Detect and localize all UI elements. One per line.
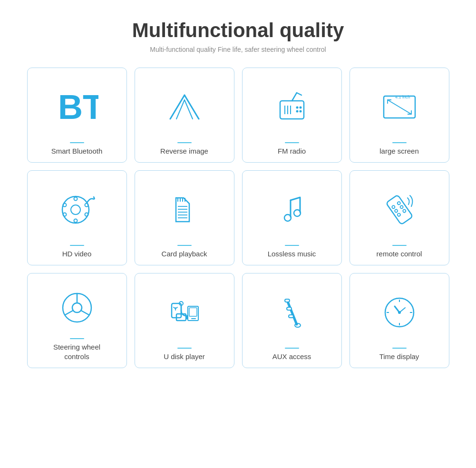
- svg-point-39: [397, 201, 400, 205]
- svg-line-6: [297, 93, 301, 95]
- svg-line-55: [287, 301, 297, 324]
- music-icon: [247, 178, 337, 241]
- feature-card-reverse: Reverse image: [135, 68, 234, 163]
- svg-rect-53: [189, 308, 197, 316]
- svg-point-14: [299, 110, 301, 112]
- feature-card-aux: AUX access: [242, 273, 342, 368]
- svg-point-42: [397, 213, 400, 216]
- bluetooth-icon: BT: [32, 76, 122, 138]
- svg-line-1: [170, 95, 185, 119]
- feature-card-remote: remote control: [350, 170, 449, 265]
- svg-rect-56: [285, 299, 290, 302]
- svg-point-12: [299, 106, 301, 108]
- svg-text:BT: BT: [58, 88, 98, 126]
- feature-card-steering: Steering wheel controls: [27, 273, 127, 368]
- steering-icon: [32, 281, 122, 334]
- feature-card-time: Time display: [350, 273, 449, 368]
- feature-card-music: Lossless music: [242, 170, 342, 265]
- svg-rect-57: [287, 307, 291, 310]
- reverse-icon: [140, 76, 229, 138]
- svg-line-16: [388, 100, 411, 114]
- feature-card-bluetooth: BT Smart Bluetooth: [27, 68, 127, 163]
- svg-line-48: [81, 311, 89, 315]
- svg-point-21: [74, 219, 77, 222]
- svg-point-38: [391, 205, 395, 209]
- svg-point-19: [71, 205, 80, 214]
- svg-line-47: [65, 311, 73, 315]
- fm-label: FM radio: [278, 146, 306, 156]
- svg-rect-7: [280, 101, 304, 119]
- svg-line-2: [185, 95, 199, 119]
- video-label: HD video: [62, 249, 92, 259]
- steering-label: Steering wheel controls: [53, 342, 100, 361]
- aux-label: AUX access: [272, 352, 311, 361]
- feature-card-card: Card playback: [135, 170, 234, 265]
- svg-point-20: [74, 197, 77, 200]
- svg-point-35: [284, 214, 291, 221]
- card-label: Card playback: [162, 249, 207, 259]
- svg-point-45: [72, 303, 82, 312]
- udisk-label: U disk player: [164, 352, 205, 361]
- aux-icon: [247, 281, 337, 344]
- svg-point-43: [402, 209, 406, 213]
- svg-line-5: [292, 93, 297, 101]
- page-subtitle: Multi-functional quality Fine life, safe…: [150, 46, 326, 53]
- feature-card-fm: FM radio: [242, 68, 342, 163]
- feature-card-video: HD video: [27, 170, 127, 265]
- features-grid: BT Smart Bluetooth Reverse image: [27, 68, 449, 368]
- svg-point-13: [296, 110, 298, 112]
- reverse-label: Reverse image: [160, 146, 208, 156]
- card-icon: [140, 178, 229, 241]
- time-icon: [355, 281, 444, 344]
- svg-point-41: [399, 205, 403, 209]
- remote-label: remote control: [377, 249, 422, 259]
- svg-point-67: [398, 311, 401, 314]
- svg-point-36: [294, 210, 301, 216]
- screen-label: large screen: [379, 146, 419, 156]
- svg-rect-58: [289, 315, 293, 318]
- feature-card-screen: 4.1 inch large screen: [350, 68, 449, 163]
- video-icon: [32, 178, 122, 241]
- music-label: Lossless music: [268, 249, 316, 259]
- page-title: Multifunctional quality: [132, 19, 344, 42]
- svg-point-11: [296, 106, 298, 108]
- remote-icon: [355, 178, 444, 241]
- time-label: Time display: [379, 352, 419, 361]
- feature-card-udisk: U disk player: [135, 273, 234, 368]
- svg-text:4.1 inch: 4.1 inch: [395, 95, 410, 99]
- bluetooth-label: Smart Bluetooth: [51, 146, 103, 156]
- screen-icon: 4.1 inch: [355, 76, 444, 138]
- svg-point-40: [394, 209, 398, 213]
- fm-icon: [247, 76, 337, 138]
- udisk-icon: [140, 281, 229, 344]
